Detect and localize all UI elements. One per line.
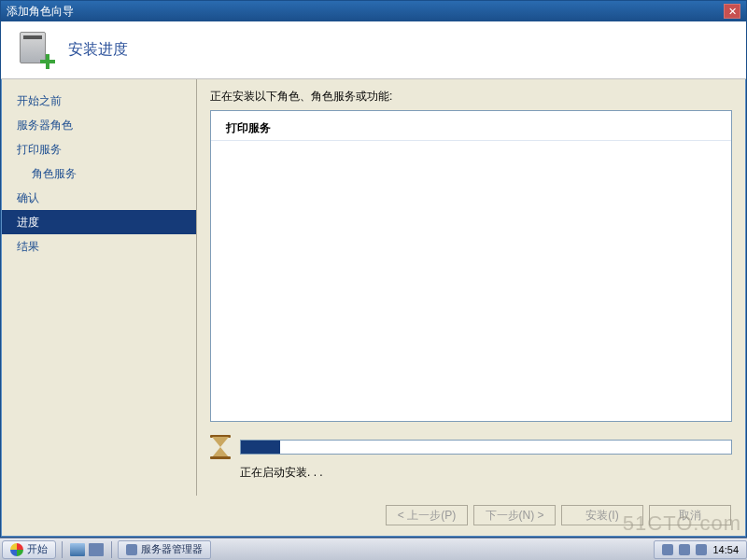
role-print-services: 打印服务: [211, 111, 731, 141]
progress-bar: [240, 440, 732, 455]
taskbar-app-server-manager[interactable]: 服务器管理器: [118, 540, 211, 559]
window-title: 添加角色向导: [7, 4, 74, 20]
windows-orb-icon: [10, 543, 23, 556]
hourglass-icon: [210, 435, 231, 459]
progress-row: [210, 435, 732, 459]
nav-progress[interactable]: 进度: [2, 210, 196, 234]
tray-icon[interactable]: [662, 544, 673, 555]
show-desktop-icon[interactable]: [70, 543, 85, 556]
nav-confirm[interactable]: 确认: [2, 186, 196, 210]
clock: 14:54: [712, 544, 739, 555]
wizard-window: 添加角色向导 ✕ 安装进度 开始之前 服务器角色 打印服务 角色服务 确认 进度…: [0, 0, 747, 538]
taskbar-separator: [111, 541, 112, 558]
server-plus-icon: [18, 32, 55, 69]
button-row: < 上一步(P) 下一步(N) > 安装(I) 取消: [386, 505, 731, 525]
tray-icon[interactable]: [679, 544, 690, 555]
install-button[interactable]: 安装(I): [561, 505, 643, 525]
cancel-button[interactable]: 取消: [649, 505, 731, 525]
titlebar[interactable]: 添加角色向导 ✕: [1, 1, 746, 21]
taskbar-separator: [62, 541, 63, 558]
close-button[interactable]: ✕: [724, 4, 740, 19]
roles-listbox: 打印服务: [210, 110, 732, 422]
taskbar-app-label: 服务器管理器: [141, 542, 203, 556]
header-band: 安装进度: [1, 21, 746, 79]
next-button[interactable]: 下一步(N) >: [473, 505, 556, 525]
quicklaunch-icon[interactable]: [89, 543, 104, 556]
nav-server-roles[interactable]: 服务器角色: [2, 113, 196, 137]
start-label: 开始: [27, 542, 48, 556]
prev-button[interactable]: < 上一步(P): [386, 505, 468, 525]
page-title: 安装进度: [68, 40, 128, 60]
nav-results[interactable]: 结果: [2, 234, 196, 259]
nav-before-begin[interactable]: 开始之前: [2, 89, 196, 113]
start-button[interactable]: 开始: [2, 540, 56, 559]
server-manager-icon: [126, 544, 137, 555]
status-text: 正在启动安装. . .: [240, 465, 732, 481]
nav-print-services[interactable]: 打印服务: [2, 137, 196, 161]
progress-fill: [241, 441, 280, 454]
system-tray[interactable]: 14:54: [654, 540, 747, 559]
tray-icon[interactable]: [696, 544, 707, 555]
taskbar[interactable]: 开始 服务器管理器 14:54: [0, 538, 747, 560]
main-panel: 正在安装以下角色、角色服务或功能: 打印服务 正在启动安装. . .: [197, 79, 745, 496]
wizard-nav: 开始之前 服务器角色 打印服务 角色服务 确认 进度 结果: [2, 79, 196, 496]
content-area: 开始之前 服务器角色 打印服务 角色服务 确认 进度 结果 正在安装以下角色、角…: [2, 79, 745, 496]
nav-role-services[interactable]: 角色服务: [2, 161, 196, 186]
install-desc: 正在安装以下角色、角色服务或功能:: [210, 89, 732, 105]
